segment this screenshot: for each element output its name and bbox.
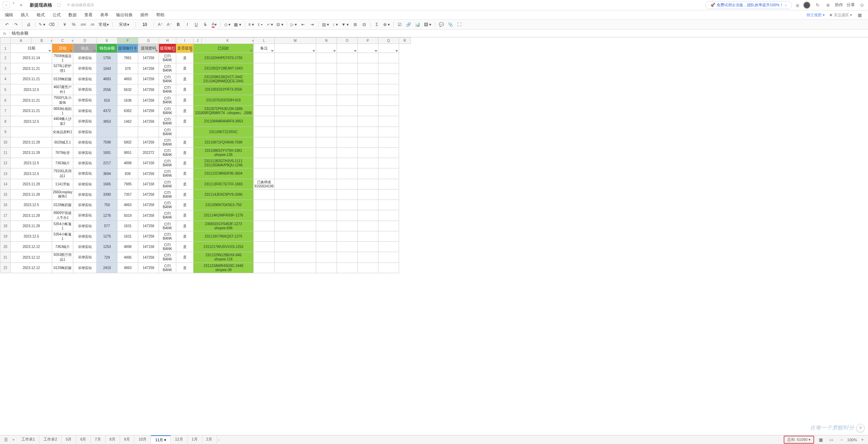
row-header-13[interactable]: 13 <box>0 168 11 179</box>
cell-r[interactable] <box>378 158 399 168</box>
cell-yes[interactable]: 是 <box>176 179 194 189</box>
cell-refund[interactable]: 231102HHPD76T0-1755 <box>194 53 254 63</box>
cell-site[interactable]: 菲律宾站 <box>73 158 97 168</box>
cell-note[interactable] <box>254 189 275 200</box>
cell-pwd[interactable]: 147258 <box>138 210 159 221</box>
cell-site[interactable]: 菲律宾站 <box>73 242 97 252</box>
cell-bank[interactable]: CITI BANK <box>159 137 176 148</box>
spreadsheet-grid[interactable]: AB◂▸C◂▸DEFGHIJK◂▸LMNOPQR 1 日期 店铺 站点 钱包余额… <box>0 37 868 429</box>
user-avatar[interactable] <box>803 1 811 9</box>
cell-q[interactable] <box>357 242 378 252</box>
cell-note[interactable]: 已换绑成9155824199 <box>254 179 275 189</box>
cell-o[interactable] <box>316 95 337 106</box>
cell-note[interactable] <box>254 84 275 95</box>
cell-balance[interactable]: 4372 <box>97 106 117 116</box>
view-mode[interactable]: 独立视图 ▾ <box>806 12 825 18</box>
cell-date[interactable]: 2023.12.12 <box>11 252 52 263</box>
cell-note[interactable] <box>254 242 275 252</box>
cell-n[interactable] <box>274 242 316 252</box>
cell-note[interactable] <box>254 231 275 242</box>
cell-site[interactable]: 菲律宾站 <box>73 95 97 106</box>
header-note[interactable]: 备注 <box>254 44 275 53</box>
cell-refund[interactable]: 231123AWR4SG9C-2448shopee-38 <box>194 263 254 273</box>
row-header-20[interactable]: 20 <box>0 242 11 252</box>
cell-o[interactable] <box>316 53 337 63</box>
cell-r[interactable] <box>378 242 399 252</box>
link-button[interactable]: 🔗 <box>405 21 412 28</box>
function-button[interactable]: ⊕ ▾ <box>383 21 390 28</box>
cell-shop[interactable]: 0693绘画刻1 <box>52 106 73 116</box>
cell-q[interactable] <box>357 179 378 189</box>
cell-card[interactable]: 5019 <box>117 210 138 221</box>
row-header-1[interactable]: 1 <box>0 44 11 53</box>
font-color-button[interactable]: A ▾ <box>211 21 218 28</box>
cell-p[interactable] <box>337 189 357 200</box>
cell-note[interactable] <box>254 127 275 137</box>
cell-balance[interactable]: 1043 <box>97 63 117 74</box>
header-yes[interactable]: 是否提现 <box>176 44 194 53</box>
bold-button[interactable]: B <box>175 21 182 28</box>
cell-n[interactable] <box>274 137 316 148</box>
cell-n[interactable] <box>274 116 316 127</box>
cell-bank[interactable]: CITI BANK <box>159 189 176 200</box>
format-painter-button[interactable]: ✎ ▾ <box>38 21 46 28</box>
cell-card[interactable]: 1631 <box>117 221 138 231</box>
cell-yes[interactable]: 是 <box>176 210 194 221</box>
decimal-dec-button[interactable]: .000 <box>79 21 87 28</box>
cell-shop[interactable]: 8909宇宙超人手办1 <box>52 210 73 221</box>
fill-color-button[interactable]: ◇ ▾ <box>224 21 231 28</box>
cell-yes[interactable]: 是 <box>176 168 194 179</box>
bookmark-icon[interactable]: ☐ <box>57 3 61 8</box>
cell-r[interactable] <box>378 127 399 137</box>
row-header-6[interactable]: 6 <box>0 95 11 106</box>
cell-p[interactable] <box>337 168 357 179</box>
cell-o[interactable] <box>316 189 337 200</box>
menu-plugin[interactable]: 插件 <box>140 12 149 18</box>
cell-r[interactable] <box>378 210 399 221</box>
cell-refund[interactable]: 231105S310YR73-2556 <box>194 84 254 95</box>
cell-bank[interactable]: CITI BANK <box>159 221 176 231</box>
cell-refund[interactable]: 2311070J332S0H-616 <box>194 95 254 106</box>
cell-yes[interactable]: 是 <box>176 84 194 95</box>
col-header-P[interactable]: P <box>357 38 378 44</box>
cell-n[interactable] <box>274 200 316 210</box>
currency-button[interactable]: ¥ <box>61 21 68 28</box>
cell-date[interactable]: 2023.11.21 <box>11 106 52 116</box>
cell-card[interactable]: 9851 <box>117 148 138 158</box>
header-shop[interactable]: 店铺 <box>52 44 73 53</box>
cell-bank[interactable]: CITI BANK <box>159 200 176 210</box>
cell-shop[interactable]: 4404懒人沙发2 <box>52 116 73 127</box>
cell-pwd[interactable]: 147258 <box>138 137 159 148</box>
col-header-N[interactable]: N <box>316 38 337 44</box>
col-header-H[interactable]: H <box>159 38 176 44</box>
cell-o[interactable] <box>316 168 337 179</box>
header-r[interactable] <box>378 44 399 53</box>
freeze-button[interactable]: ▷ ▾ <box>290 21 298 28</box>
cell-refund[interactable]: 231114KDWFRX9F-1276 <box>194 210 254 221</box>
cell-shop[interactable]: 2660cosplay服饰1 <box>52 189 73 200</box>
row-header-5[interactable]: 5 <box>0 84 11 95</box>
cell-yes[interactable]: 是 <box>176 63 194 74</box>
cell-bank[interactable]: CITI BANK <box>159 127 176 137</box>
cell-site[interactable]: 菲律宾站 <box>73 221 97 231</box>
cell-note[interactable] <box>254 137 275 148</box>
cell-yes[interactable]: 是 <box>176 263 194 273</box>
row-header-7[interactable]: 7 <box>0 106 11 116</box>
cell-card[interactable]: 4898 <box>117 158 138 168</box>
row-header-3[interactable]: 3 <box>0 63 11 74</box>
col-header-E[interactable]: E <box>97 38 117 44</box>
cell-note[interactable] <box>254 74 275 84</box>
row-header-18[interactable]: 18 <box>0 221 11 231</box>
nav-dropdown[interactable]: ▾ <box>11 1 16 9</box>
cell-r[interactable] <box>378 179 399 189</box>
cell-refund[interactable]: 2311071PHUEU34-1686231009FQ8NMY74（shopee… <box>194 106 254 116</box>
cell-pwd[interactable]: 147258 <box>138 252 159 263</box>
cell-site[interactable]: 菲律宾站 <box>73 200 97 210</box>
cell-date[interactable]: 2023.12.12 <box>11 263 52 273</box>
cell-o[interactable] <box>316 127 337 137</box>
cell-yes[interactable]: 是 <box>176 231 194 242</box>
cell-site[interactable]: 菲律宾站 <box>73 231 97 242</box>
cell-yes[interactable] <box>176 127 194 137</box>
cell-n[interactable] <box>274 63 316 74</box>
cell-card[interactable]: 7861 <box>117 53 138 63</box>
